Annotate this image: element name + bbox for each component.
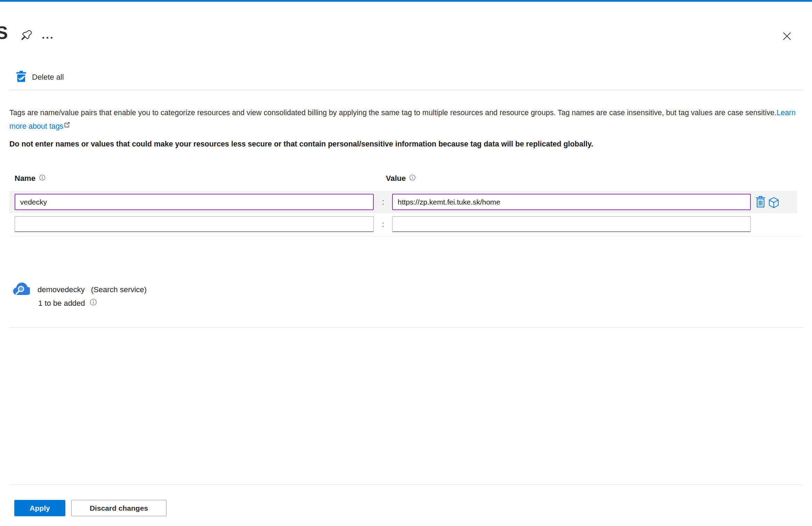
delete-all-checked-trash-icon [16, 71, 26, 83]
resource-scope-button[interactable] [768, 197, 780, 210]
info-icon[interactable] [409, 174, 416, 183]
more-options-button[interactable] [42, 33, 58, 42]
resource-status-text: 1 to be added [38, 299, 85, 308]
info-icon[interactable] [39, 174, 46, 183]
name-value-separator: : [377, 191, 389, 213]
resource-cube-icon [768, 204, 779, 209]
tag-value-input[interactable] [392, 194, 751, 210]
tag-value-input[interactable] [392, 216, 751, 232]
tag-name-input[interactable] [15, 194, 374, 210]
name-column-header: Name [15, 174, 46, 183]
external-link-icon [64, 119, 70, 132]
discard-changes-button[interactable]: Discard changes [71, 500, 167, 516]
rows-divider [9, 236, 803, 237]
apply-button[interactable]: Apply [14, 500, 65, 516]
name-header-label: Name [15, 174, 35, 183]
top-accent-bar [0, 0, 812, 2]
pin-icon [19, 38, 33, 43]
blade-title-partial: S [0, 22, 8, 43]
tag-row: : [9, 191, 797, 213]
toolbar-divider [9, 90, 803, 90]
resource-row: demovedecky (Search service) [38, 285, 147, 294]
more-ellipsis-icon [42, 37, 44, 39]
delete-tag-button[interactable] [755, 196, 766, 209]
delete-all-label: Delete all [32, 73, 64, 82]
delete-all-button[interactable]: Delete all [16, 71, 64, 83]
tags-description: Tags are name/value pairs that enable yo… [9, 106, 805, 133]
value-column-header: Value [386, 174, 416, 183]
tag-row: : [9, 215, 797, 234]
resource-status-row: 1 to be added [38, 298, 97, 308]
footer-divider [9, 484, 803, 485]
close-button[interactable] [781, 30, 793, 42]
value-header-label: Value [386, 174, 406, 183]
tags-warning-text: Do not enter names or values that could … [9, 140, 805, 149]
pin-button[interactable] [19, 29, 33, 42]
section-divider [9, 327, 803, 328]
tag-name-input[interactable] [15, 216, 374, 232]
resource-name: demovedecky [38, 285, 85, 294]
tags-description-text: Tags are name/value pairs that enable yo… [9, 109, 777, 117]
close-icon [781, 38, 793, 43]
info-icon[interactable] [90, 298, 97, 308]
resource-type: (Search service) [91, 285, 147, 294]
name-value-separator: : [377, 215, 389, 234]
trash-icon [756, 204, 765, 209]
search-service-cloud-icon [13, 282, 30, 297]
